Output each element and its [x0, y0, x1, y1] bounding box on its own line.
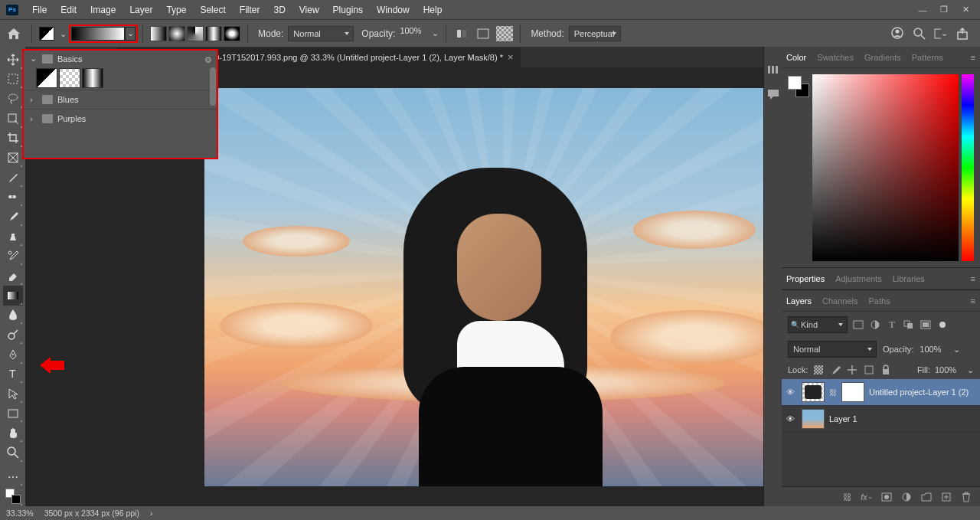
eyedropper-tool-icon[interactable]	[3, 168, 23, 188]
lock-image-icon[interactable]	[829, 364, 841, 376]
brush-tool-icon[interactable]	[3, 207, 23, 227]
status-dropdown-icon[interactable]: ›	[150, 509, 156, 518]
gradient-folder-purples[interactable]: › Purples	[24, 109, 217, 128]
edit-toolbar-icon[interactable]: ⋯	[3, 467, 23, 487]
fill-input[interactable]: 100%	[935, 365, 962, 374]
filter-toggle-icon[interactable]	[939, 322, 946, 328]
frame-tool-icon[interactable]	[3, 148, 23, 168]
workspace-switcher-icon[interactable]: ⌄	[934, 27, 948, 41]
tab-gradients[interactable]: Gradients	[864, 53, 901, 62]
tab-paths[interactable]: Paths	[869, 296, 890, 306]
dock-panel-icon-1[interactable]	[766, 62, 781, 77]
zoom-tool-icon[interactable]	[3, 443, 23, 463]
status-zoom[interactable]: 33.33%	[6, 509, 34, 518]
layer-mask-add-icon[interactable]	[880, 491, 893, 503]
pen-tool-icon[interactable]	[3, 345, 23, 365]
window-minimize-icon[interactable]: —	[917, 5, 928, 15]
window-close-icon[interactable]: ✕	[960, 5, 971, 15]
gradient-diamond-icon[interactable]	[224, 26, 240, 41]
type-tool-icon[interactable]: T	[3, 365, 23, 384]
layer-thumbnail[interactable]	[802, 409, 825, 429]
lasso-tool-icon[interactable]	[3, 89, 23, 109]
lock-transparency-icon[interactable]	[812, 364, 825, 376]
layer-group-icon[interactable]	[920, 491, 933, 503]
filter-type-icon[interactable]: T	[886, 319, 898, 331]
gradient-linear-icon[interactable]	[150, 26, 167, 41]
cloud-user-icon[interactable]	[891, 27, 905, 41]
tab-channels[interactable]: Channels	[822, 296, 858, 306]
color-picker-field[interactable]	[812, 74, 959, 261]
crop-tool-icon[interactable]	[3, 129, 23, 149]
tab-color[interactable]: Color	[786, 53, 806, 62]
layer-name[interactable]: Layer 1	[829, 414, 858, 424]
fill-dropdown-icon[interactable]: ⌄	[967, 365, 974, 375]
filter-pixel-icon[interactable]	[852, 319, 864, 331]
gradient-angle-icon[interactable]	[187, 26, 204, 41]
lock-all-icon[interactable]	[880, 364, 892, 376]
panel-menu-icon[interactable]: ≡	[971, 53, 975, 62]
panel-menu-icon[interactable]: ≡	[971, 296, 975, 306]
menu-image[interactable]: Image	[84, 2, 122, 18]
blur-tool-icon[interactable]	[3, 306, 23, 325]
gradient-folder-blues[interactable]: › Blues	[24, 90, 217, 109]
filter-adjustment-icon[interactable]	[869, 319, 881, 331]
layer-delete-icon[interactable]	[960, 491, 972, 503]
hand-tool-icon[interactable]	[3, 423, 23, 443]
opacity-dropdown-icon[interactable]: ⌄	[432, 28, 439, 38]
layer-mask-thumbnail[interactable]	[841, 382, 864, 402]
layer-link-icon[interactable]: ⛓	[841, 491, 853, 503]
lock-position-icon[interactable]	[846, 364, 858, 376]
gradient-preview[interactable]	[71, 27, 125, 41]
filter-kind-select[interactable]: Kind	[788, 316, 848, 333]
canvas[interactable]	[204, 88, 802, 486]
tab-libraries[interactable]: Libraries	[893, 274, 925, 283]
blend-mode-select[interactable]: Normal	[788, 341, 877, 358]
visibility-toggle-icon[interactable]: 👁	[786, 414, 797, 424]
gradient-picker-dropdown-icon[interactable]: ⌄	[125, 27, 136, 41]
layer-new-icon[interactable]	[940, 491, 952, 503]
menu-window[interactable]: Window	[371, 2, 416, 18]
tab-swatches[interactable]: Swatches	[817, 53, 854, 62]
move-tool-icon[interactable]	[3, 50, 23, 70]
window-restore-icon[interactable]: ❐	[939, 5, 949, 15]
path-select-tool-icon[interactable]	[3, 384, 23, 404]
hue-slider[interactable]	[962, 74, 974, 261]
menu-layer[interactable]: Layer	[123, 2, 158, 18]
opacity-dropdown-icon[interactable]: ⌄	[953, 345, 960, 355]
gradient-preset-fg-to-transparent[interactable]	[59, 68, 80, 88]
history-brush-tool-icon[interactable]	[3, 247, 23, 267]
tab-adjustments[interactable]: Adjustments	[835, 274, 882, 283]
layer-row-2[interactable]: 👁 Layer 1	[782, 406, 980, 433]
menu-plugins[interactable]: Plugins	[327, 2, 369, 18]
gradient-current-swatch[interactable]	[39, 27, 54, 41]
menu-filter[interactable]: Filter	[234, 2, 266, 18]
gradient-reflected-icon[interactable]	[205, 26, 222, 41]
gradient-tool-icon[interactable]	[3, 286, 23, 306]
tab-patterns[interactable]: Patterns	[912, 53, 943, 62]
layer-adjustment-icon[interactable]	[900, 491, 913, 503]
layer-thumbnail[interactable]	[802, 382, 825, 402]
visibility-toggle-icon[interactable]: 👁	[786, 388, 797, 397]
menu-type[interactable]: Type	[160, 2, 192, 18]
scrollbar[interactable]	[210, 67, 216, 106]
dock-comment-icon[interactable]	[766, 87, 781, 102]
layer-name[interactable]: Untitled project-Layer 1 (2)	[869, 388, 969, 397]
gradient-preset-fg-to-bg[interactable]	[36, 68, 57, 88]
spot-heal-tool-icon[interactable]	[3, 188, 23, 208]
gradient-swatch-dropdown-icon[interactable]: ⌄	[59, 29, 67, 39]
reverse-gradient-icon[interactable]	[453, 26, 470, 41]
opacity-input[interactable]: 100%	[400, 26, 427, 41]
magic-wand-tool-icon[interactable]	[3, 109, 23, 129]
menu-select[interactable]: Select	[194, 2, 231, 18]
eraser-tool-icon[interactable]	[3, 266, 23, 286]
dither-icon[interactable]	[475, 26, 492, 41]
tab-layers[interactable]: Layers	[786, 296, 812, 306]
home-icon[interactable]	[3, 25, 24, 42]
layer-opacity-input[interactable]: 100%	[920, 345, 947, 354]
fg-bg-swatch[interactable]	[788, 76, 809, 97]
layer-fx-icon[interactable]: fx⌄	[861, 491, 873, 503]
menu-help[interactable]: Help	[417, 2, 449, 18]
panel-menu-icon[interactable]: ≡	[971, 274, 975, 283]
gradient-picker-settings-icon[interactable]: ⚙	[204, 55, 212, 65]
share-icon[interactable]	[956, 27, 969, 41]
